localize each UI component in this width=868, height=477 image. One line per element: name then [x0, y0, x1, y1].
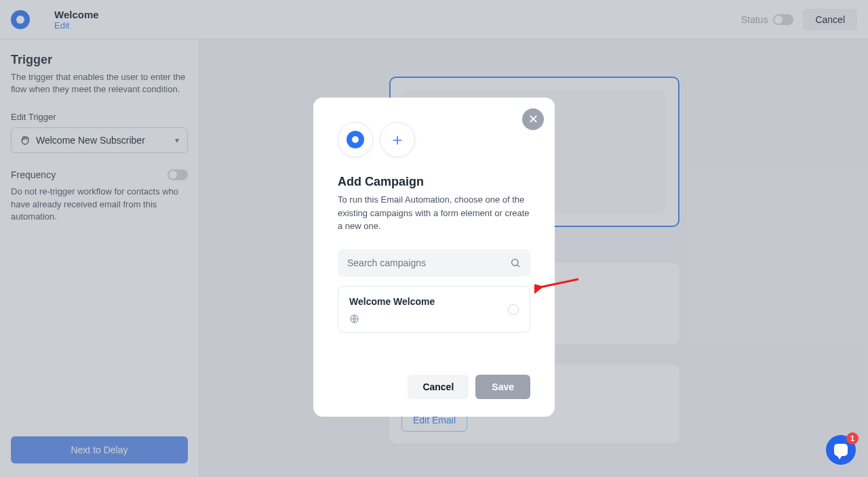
svg-point-0 — [512, 259, 518, 265]
modal-cancel-button[interactable]: Cancel — [408, 375, 469, 399]
modal-save-button[interactable]: Save — [475, 375, 530, 399]
app-logo-small — [338, 122, 373, 157]
modal-description: To run this Email Automation, choose one… — [338, 193, 530, 233]
chat-widget[interactable]: 1 — [826, 435, 856, 465]
search-input[interactable] — [347, 257, 510, 268]
chat-badge: 1 — [846, 432, 859, 444]
campaign-item[interactable]: Welcome Welcome — [338, 286, 530, 333]
modal-title: Add Campaign — [338, 175, 530, 189]
campaign-item-name: Welcome Welcome — [349, 296, 435, 307]
add-campaign-modal: ✕ ＋ Add Campaign To run this Email Autom… — [313, 98, 555, 417]
plus-icon[interactable]: ＋ — [380, 122, 415, 157]
svg-line-1 — [517, 265, 519, 267]
chat-icon — [834, 444, 848, 456]
search-campaigns[interactable] — [338, 249, 530, 276]
campaign-item-radio[interactable] — [508, 304, 519, 315]
search-icon — [510, 257, 521, 268]
close-icon[interactable]: ✕ — [522, 108, 544, 130]
globe-icon — [349, 314, 435, 324]
